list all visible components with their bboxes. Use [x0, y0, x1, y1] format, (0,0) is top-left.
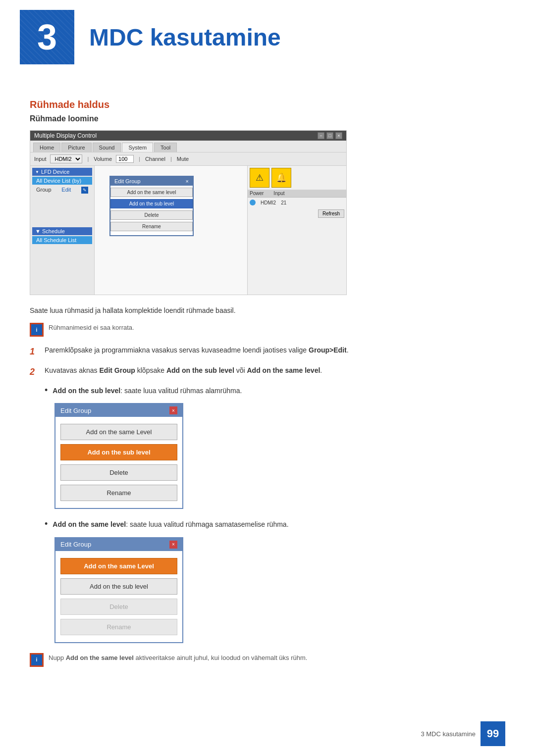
step-1-text: Paremklõpsake ja programmiakna vasakus s… [45, 345, 505, 359]
tab-tool[interactable]: Tool [154, 143, 177, 152]
close-icon[interactable]: × [186, 178, 189, 184]
schedule-section[interactable]: ▼ Schedule [32, 227, 92, 235]
same-level-bold: Add on the same level [247, 366, 320, 374]
subsection-title: Rühmade loomine [30, 114, 505, 123]
note-box-2: i Nupp Add on the same level aktiveerita… [30, 653, 505, 667]
minimize-button[interactable]: − [318, 132, 324, 139]
note-icon-1: i [30, 323, 44, 337]
step-2-text: Kuvatavas aknas Edit Group klõpsake Add … [45, 365, 505, 379]
bullet-dot-1: • [45, 385, 48, 396]
note-icon-2: i [30, 653, 44, 667]
edit-label[interactable]: Edit [61, 187, 71, 194]
chapter-title: MDC kasutamine [89, 24, 281, 51]
mdc-titlebar: Multiple Display Control − □ × [30, 131, 346, 141]
dialog-2-title: Edit Group [60, 541, 91, 548]
step-2: 2 Kuvatavas aknas Edit Group klõpsake Ad… [30, 365, 505, 379]
dialog1-add-sub-level-btn[interactable]: Add on the sub level [60, 444, 177, 460]
bullet-dot-2: • [45, 519, 48, 530]
dialog1-rename-btn[interactable]: Rename [60, 485, 177, 501]
mdc-device-icons: ⚠ 🔔 [248, 166, 346, 190]
volume-label: Volume [94, 156, 112, 162]
dialog-2-container: Edit Group × Add on the same Level Add o… [54, 537, 183, 643]
group-item[interactable]: Group Edit ✎ [32, 186, 92, 195]
dialog-spacer-2 [55, 505, 182, 508]
dialog2-delete-btn[interactable]: Delete [60, 599, 177, 615]
mdc-body: ▼ LFD Device All Device List (by) Group … [30, 166, 346, 295]
refresh-button[interactable]: Refresh [318, 209, 344, 218]
lfd-section[interactable]: ▼ LFD Device [32, 168, 92, 176]
note-text-1: Rühmanimesid ei saa korrata. [49, 323, 134, 333]
mute-label: Mute [177, 156, 189, 162]
dialog-1-close[interactable]: × [169, 406, 177, 414]
input-label: Input [34, 156, 46, 162]
volume-input[interactable] [116, 155, 134, 163]
dialog1-delete-btn[interactable]: Delete [60, 464, 177, 481]
step-2-number: 2 [30, 365, 40, 379]
dialog-1-container: Edit Group × Add on the same Level Add o… [54, 403, 183, 509]
note-symbol-2: i [36, 657, 38, 662]
delete-btn-small[interactable]: Delete [110, 210, 193, 220]
dialog2-add-sub-level-btn[interactable]: Add on the sub level [60, 578, 177, 595]
bullet-1-text: Add on the sub level: saate luua valitud… [53, 385, 242, 396]
dialog2-add-same-level-btn[interactable]: Add on the same Level [60, 558, 177, 574]
sidebar-spacer [32, 196, 92, 225]
chapter-header: 3 MDC kasutamine [0, 0, 535, 74]
note-symbol: i [36, 327, 38, 333]
dialog1-add-same-level-btn[interactable]: Add on the same Level [60, 424, 177, 440]
close-button[interactable]: × [335, 132, 342, 139]
mdc-titlebar-buttons: − □ × [318, 132, 342, 139]
maximize-button[interactable]: □ [326, 132, 333, 139]
dialog-2-spacer [55, 551, 182, 554]
power-indicator [250, 200, 256, 205]
sub-level-bold: Add on the sub level [166, 366, 234, 374]
mdc-edit-group-popup: Edit Group × Add on the same level Add o… [109, 176, 194, 236]
group-edit-bold: Group>Edit [309, 346, 347, 354]
page-number: 99 [481, 721, 505, 746]
edit-icon[interactable]: ✎ [81, 187, 88, 194]
rename-btn-small[interactable]: Rename [110, 222, 193, 231]
add-same-level-btn-small[interactable]: Add on the same level [110, 188, 193, 197]
chapter-number: 3 [20, 10, 74, 64]
same-level-note-bold: Add on the same level [66, 654, 134, 661]
bullet-2-text: Add on the same level: saate luua valitu… [53, 519, 288, 530]
tab-picture[interactable]: Picture [61, 143, 91, 152]
note-box-1: i Rühmanimesid ei saa korrata. [30, 323, 505, 337]
footer-text: 3 MDC kasutamine [421, 730, 476, 738]
dialog-2: Edit Group × Add on the same Level Add o… [54, 537, 183, 643]
separator3: | [170, 156, 172, 162]
mdc-sidebar: ▼ LFD Device All Device List (by) Group … [30, 166, 95, 295]
add-sub-level-btn-small[interactable]: Add on the sub level [110, 199, 193, 208]
page-footer: 3 MDC kasutamine 99 [421, 721, 505, 746]
edit-group-bold: Edit Group [100, 366, 135, 374]
page-content: Rühmade haldus Rühmade loomine Multiple … [0, 79, 535, 702]
input-header: Input [273, 191, 284, 196]
tab-system[interactable]: System [122, 143, 153, 152]
dialog2-rename-btn[interactable]: Rename [60, 619, 177, 635]
input-value: HDMI2 [261, 200, 276, 205]
intro-text: Saate luua rühmasid ja hallata komplekti… [30, 305, 505, 316]
mdc-right-area: ⚠ 🔔 Power Input HDMI2 21 Refresh [247, 166, 346, 295]
mdc-nav-tabs: Home Picture Sound System Tool [30, 141, 346, 152]
device-row: HDMI2 21 [248, 198, 346, 207]
separator2: | [139, 156, 140, 162]
dialog-2-close[interactable]: × [169, 541, 177, 549]
note-text-2: Nupp Add on the same level aktiveeritaks… [49, 653, 307, 663]
tab-sound[interactable]: Sound [93, 143, 121, 152]
device-number: 21 [281, 200, 286, 205]
input-select[interactable]: HDMI2 [50, 154, 82, 163]
step-1: 1 Paremklõpsake ja programmiakna vasakus… [30, 345, 505, 359]
mdc-window-title: Multiple Display Control [34, 132, 97, 139]
section-title: Rühmade haldus [30, 99, 505, 110]
all-devices-item[interactable]: All Device List (by) [32, 177, 92, 185]
dialog-2-titlebar: Edit Group × [55, 538, 182, 551]
tab-home[interactable]: Home [33, 143, 60, 152]
step-1-number: 1 [30, 345, 40, 359]
sub-level-label: Add on the sub level [53, 387, 120, 395]
fault-device-icon2: 🔔 [271, 168, 291, 188]
dialog-spacer [55, 417, 182, 420]
all-schedule-item[interactable]: All Schedule List [32, 236, 92, 244]
group-label: Group [36, 187, 52, 194]
dialog-1-titlebar: Edit Group × [55, 404, 182, 417]
mdc-window-screenshot: Multiple Display Control − □ × Home Pict… [30, 130, 347, 295]
fault-device-icon1: ⚠ [250, 168, 269, 188]
